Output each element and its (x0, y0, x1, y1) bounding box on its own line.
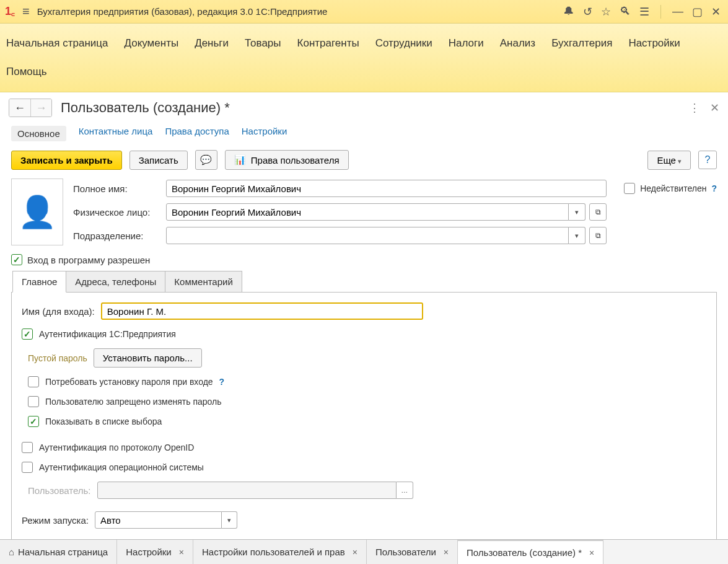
menu-item-money[interactable]: Деньги (195, 37, 229, 50)
person-label: Физическое лицо: (73, 207, 160, 218)
user-rights-label: Права пользователя (251, 155, 340, 165)
launch-mode-dropdown-button[interactable]: ▾ (222, 511, 237, 529)
inner-tab-main[interactable]: Главное (12, 271, 66, 293)
history-icon[interactable]: ↺ (583, 5, 592, 19)
bottom-tab-settings[interactable]: Настройки × (117, 540, 193, 564)
inner-tab-addresses[interactable]: Адреса, телефоны (66, 271, 165, 293)
forbid-pw-change-label: Пользователю запрещено изменять пароль (45, 397, 222, 407)
menu-item-goods[interactable]: Товары (245, 37, 281, 50)
invalid-help-icon[interactable]: ? (711, 183, 717, 193)
menu-item-help[interactable]: Помощь (6, 66, 47, 78)
user-rights-button[interactable]: 📊 Права пользователя (225, 150, 349, 170)
inner-tabs: Главное Адреса, телефоны Комментарий (11, 270, 717, 292)
view-tab-rights[interactable]: Права доступа (165, 126, 229, 141)
filter-icon[interactable]: ☰ (639, 5, 649, 19)
nav-forward-button[interactable]: → (30, 99, 51, 117)
write-button[interactable]: Записать (129, 151, 188, 170)
auth-1c-checkbox[interactable] (22, 328, 33, 340)
invalid-checkbox[interactable] (624, 183, 635, 194)
minimize-icon[interactable]: — (672, 5, 683, 19)
require-pw-change-checkbox[interactable] (28, 376, 39, 387)
tab-close-icon[interactable]: × (585, 548, 594, 558)
launch-mode-input[interactable] (95, 511, 222, 529)
dept-input[interactable] (166, 227, 569, 244)
launch-mode-label: Режим запуска: (22, 515, 89, 526)
page-menu-icon[interactable]: ⋮ (689, 101, 700, 115)
bottom-tab-label: Начальная страница (18, 547, 108, 557)
view-tab-contacts[interactable]: Контактные лица (79, 126, 153, 141)
tab-close-icon[interactable]: × (349, 547, 357, 557)
bar-chart-icon: 📊 (234, 154, 246, 165)
view-tabs: Основное Контактные лица Права доступа Н… (0, 117, 728, 148)
page-close-icon[interactable]: ✕ (710, 101, 719, 115)
fullname-label: Полное имя: (73, 183, 160, 194)
bottom-tab-label: Настройки пользователей и прав (202, 547, 345, 557)
dept-open-button[interactable]: ⧉ (589, 227, 607, 244)
menu-item-documents[interactable]: Документы (125, 37, 179, 50)
titlebar: 1꜀ ≡ Бухгалтерия предприятия (базовая), … (0, 0, 728, 24)
forbid-pw-change-checkbox[interactable] (28, 396, 39, 407)
view-tab-settings[interactable]: Настройки (242, 126, 287, 141)
nav-back-button[interactable]: ← (9, 99, 30, 117)
login-label: Имя (для входа): (22, 306, 95, 317)
close-icon[interactable]: ✕ (711, 5, 721, 19)
menu-item-analysis[interactable]: Анализ (500, 37, 535, 50)
search-icon[interactable]: 🔍︎ (620, 5, 631, 19)
show-in-list-checkbox[interactable] (28, 416, 39, 427)
require-pw-change-label: Потребовать установку пароля при входе (45, 377, 213, 387)
bottom-tab-user-create[interactable]: Пользователь (создание) * × (458, 540, 603, 564)
menu-item-accounting[interactable]: Бухгалтерия (551, 37, 612, 50)
auth-openid-checkbox[interactable] (22, 442, 33, 453)
photo-placeholder[interactable]: 👤 (11, 178, 63, 245)
view-tab-main[interactable]: Основное (11, 126, 66, 141)
allow-login-checkbox[interactable] (11, 254, 22, 265)
inner-panel-main: Имя (для входа): Аутентификация 1С:Предп… (11, 292, 717, 548)
empty-password-label: Пустой пароль (28, 353, 87, 363)
star-icon[interactable]: ☆ (601, 5, 611, 19)
person-dropdown-button[interactable]: ▾ (569, 203, 585, 221)
menu-icon[interactable]: ≡ (20, 4, 32, 19)
menu-item-settings[interactable]: Настройки (628, 37, 680, 50)
maximize-icon[interactable]: ▢ (692, 5, 703, 19)
bottom-tab-label: Настройки (126, 547, 172, 557)
menu-item-employees[interactable]: Сотрудники (375, 37, 432, 50)
bottom-tab-home[interactable]: ⌂ Начальная страница (0, 540, 117, 564)
inner-tab-comment[interactable]: Комментарий (165, 271, 242, 293)
fullname-input[interactable] (166, 180, 607, 197)
dept-dropdown-button[interactable]: ▾ (569, 227, 585, 244)
window-title: Бухгалтерия предприятия (базовая), редак… (37, 6, 328, 17)
chat-button[interactable]: 💬 (195, 150, 217, 170)
menu-item-start[interactable]: Начальная страница (6, 37, 108, 50)
main-menu: Начальная страница Документы Деньги Това… (0, 24, 728, 92)
help-button[interactable]: ? (698, 151, 717, 169)
os-user-label: Пользователь: (28, 485, 91, 496)
login-input[interactable] (101, 302, 423, 320)
bottom-tab-user-settings[interactable]: Настройки пользователей и прав × (193, 540, 367, 564)
tab-close-icon[interactable]: × (175, 547, 184, 557)
more-button[interactable]: Еще (647, 151, 691, 170)
page-header: ← → Пользователь (создание) * ⋮ ✕ (0, 92, 728, 117)
menu-item-taxes[interactable]: Налоги (449, 37, 484, 50)
tab-close-icon[interactable]: × (440, 547, 449, 557)
write-and-close-button[interactable]: Записать и закрыть (11, 151, 122, 170)
invalid-label: Недействителен (640, 183, 706, 193)
dept-label: Подразделение: (73, 231, 160, 241)
require-pw-help-icon[interactable]: ? (219, 377, 225, 387)
auth-os-checkbox[interactable] (22, 462, 33, 473)
app-logo: 1꜀ (5, 5, 15, 18)
set-password-button[interactable]: Установить пароль... (94, 348, 202, 368)
os-user-browse-button[interactable]: … (397, 482, 413, 499)
auth-os-label: Аутентификация операционной системы (39, 462, 204, 472)
auth-1c-label: Аутентификация 1С:Предприятия (39, 329, 176, 339)
menu-item-contragents[interactable]: Контрагенты (297, 37, 359, 50)
person-open-button[interactable]: ⧉ (589, 203, 607, 221)
bottom-tab-users[interactable]: Пользователи × (367, 540, 458, 564)
person-input[interactable] (166, 203, 569, 221)
bottom-tabs: ⌂ Начальная страница Настройки × Настрой… (0, 539, 728, 564)
show-in-list-label: Показывать в списке выбора (45, 416, 162, 426)
os-user-input (97, 482, 397, 499)
bell-icon[interactable]: 🔔︎ (563, 5, 574, 19)
allow-login-label: Вход в программу разрешен (27, 255, 150, 265)
page-title: Пользователь (создание) * (61, 100, 680, 116)
toolbar: Записать и закрыть Записать 💬 📊 Права по… (0, 148, 728, 178)
